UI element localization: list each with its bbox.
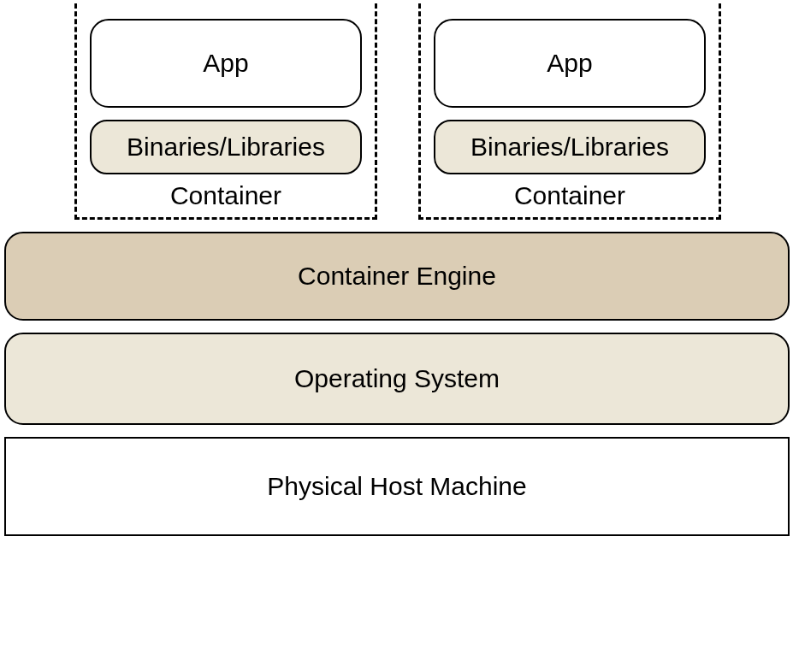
- app-label-2: App: [547, 49, 592, 78]
- operating-system-layer: Operating System: [4, 333, 790, 425]
- physical-host-label: Physical Host Machine: [267, 472, 526, 501]
- app-label-1: App: [203, 49, 248, 78]
- binaries-label-1: Binaries/Libraries: [127, 133, 325, 162]
- containers-row: App Binaries/Libraries Container App Bin…: [4, 0, 790, 220]
- container-label-1: Container: [170, 181, 281, 210]
- container-1: App Binaries/Libraries Container: [74, 3, 377, 220]
- binaries-label-2: Binaries/Libraries: [470, 133, 669, 162]
- app-box-2: App: [434, 19, 706, 108]
- physical-host-layer: Physical Host Machine: [4, 437, 790, 536]
- operating-system-label: Operating System: [294, 364, 500, 393]
- container-engine-layer: Container Engine: [4, 232, 790, 321]
- container-label-2: Container: [514, 181, 625, 210]
- binaries-box-2: Binaries/Libraries: [434, 120, 706, 174]
- app-box-1: App: [90, 19, 362, 108]
- container-architecture-diagram: App Binaries/Libraries Container App Bin…: [4, 0, 790, 536]
- binaries-box-1: Binaries/Libraries: [90, 120, 362, 174]
- container-2: App Binaries/Libraries Container: [418, 3, 721, 220]
- container-engine-label: Container Engine: [298, 262, 496, 291]
